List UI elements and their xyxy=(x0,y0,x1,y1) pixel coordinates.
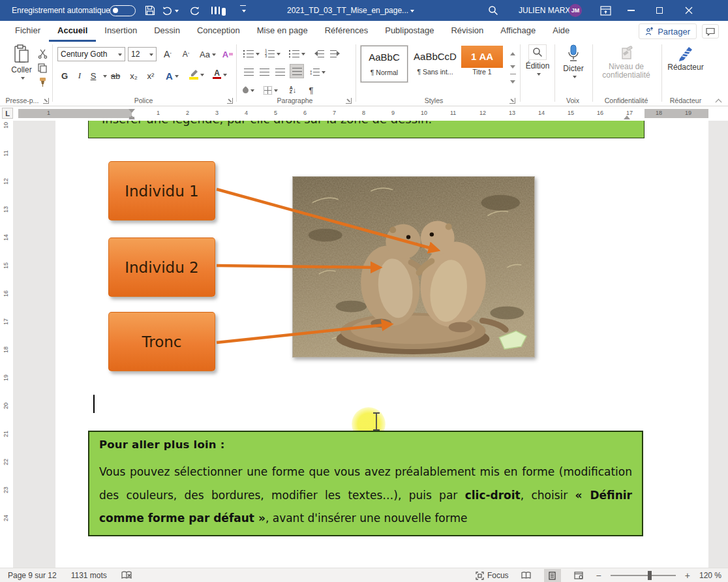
sort-button[interactable]: AZ↓ xyxy=(287,84,299,97)
callout-individu-2[interactable]: Individu 2 xyxy=(108,237,215,297)
tab-references[interactable]: Références xyxy=(316,21,376,42)
search-icon[interactable] xyxy=(488,0,498,21)
undo-dropdown[interactable] xyxy=(175,10,179,14)
redo-button[interactable] xyxy=(189,0,200,21)
collapse-ribbon-button[interactable] xyxy=(712,94,724,107)
clear-formatting-button[interactable]: A xyxy=(222,48,234,61)
shading-button[interactable] xyxy=(243,84,254,97)
zoom-in-button[interactable]: + xyxy=(685,570,690,581)
tab-mise-en-page[interactable]: Mise en page xyxy=(249,21,316,42)
styles-scroll-up[interactable] xyxy=(507,47,519,60)
right-indent-marker[interactable] xyxy=(624,112,630,119)
increase-indent-button[interactable] xyxy=(330,47,342,60)
document-area: 101112131415161718192021222324 Insérer u… xyxy=(0,121,728,568)
style-normal[interactable]: AaBbC ¶ Normal xyxy=(361,46,408,82)
styles-scroll-down[interactable] xyxy=(507,60,519,73)
zoom-out-button[interactable]: − xyxy=(596,570,601,581)
focus-mode-button[interactable]: Focus xyxy=(476,571,509,580)
more-info-box[interactable]: Pour aller plus loin : Vous pouvez sélec… xyxy=(88,431,643,536)
clipboard-dialog-launcher[interactable] xyxy=(43,98,49,104)
zoom-slider-handle[interactable] xyxy=(648,571,652,580)
font-dialog-launcher[interactable] xyxy=(227,98,233,104)
minimize-button[interactable] xyxy=(628,0,635,21)
table-columns-icon[interactable] xyxy=(210,0,227,21)
italic-button[interactable]: I xyxy=(74,69,85,82)
strikethrough-button[interactable]: ab xyxy=(110,69,121,82)
prairie-dogs-photo[interactable] xyxy=(292,176,535,358)
tab-selector[interactable]: L xyxy=(2,108,13,119)
vertical-ruler[interactable]: 101112131415161718192021222324 xyxy=(0,121,13,568)
tab-dessin[interactable]: Dessin xyxy=(145,21,189,42)
close-button[interactable] xyxy=(685,0,693,21)
tab-insertion[interactable]: Insertion xyxy=(96,21,145,42)
edition-button[interactable]: Édition xyxy=(523,44,552,76)
paste-button[interactable]: Coller xyxy=(7,44,37,80)
tab-aide[interactable]: Aide xyxy=(544,21,578,42)
paragraph-dialog-launcher[interactable] xyxy=(346,98,352,104)
web-layout-button[interactable] xyxy=(570,569,587,582)
undo-button[interactable] xyxy=(162,0,179,21)
dictate-button[interactable]: Dicter xyxy=(558,44,588,79)
superscript-button[interactable]: x² xyxy=(145,69,157,82)
comment-icon[interactable] xyxy=(702,24,719,38)
tab-fichier[interactable]: Fichier xyxy=(7,21,49,42)
font-size-select[interactable]: 12 xyxy=(128,47,157,61)
style-sans-interligne[interactable]: AaBbCcD ¶ Sans int... xyxy=(412,46,459,82)
page-indicator[interactable]: Page 9 sur 12 xyxy=(8,571,57,580)
ribbon-display-options-icon[interactable] xyxy=(600,0,611,21)
bold-button[interactable]: G xyxy=(59,69,70,82)
bullets-button[interactable] xyxy=(243,47,260,60)
callout-tronc[interactable]: Tronc xyxy=(108,312,215,371)
maximize-button[interactable] xyxy=(656,0,663,21)
grow-font-button[interactable]: Aˆ xyxy=(162,48,174,61)
zoom-slider[interactable] xyxy=(611,575,676,576)
decrease-indent-button[interactable] xyxy=(312,47,324,60)
autosave-toggle[interactable] xyxy=(110,0,136,21)
change-case-button[interactable]: Aa xyxy=(200,48,216,61)
styles-dialog-launcher[interactable] xyxy=(509,98,515,104)
print-layout-button[interactable] xyxy=(544,569,561,582)
proofing-errors-icon[interactable] xyxy=(121,571,132,580)
pilcrow-button[interactable]: ¶ xyxy=(305,84,317,97)
format-painter-button[interactable] xyxy=(37,76,48,89)
green-banner-clipped[interactable]: Insérer une légende, par clic droit sur … xyxy=(88,121,645,138)
borders-button[interactable] xyxy=(264,84,278,97)
numbering-button[interactable]: 123 xyxy=(265,47,281,60)
tab-accueil[interactable]: Accueil xyxy=(49,21,96,42)
redacteur-button[interactable]: Rédacteur xyxy=(664,44,707,72)
document-page[interactable]: Insérer une légende, par clic droit sur … xyxy=(55,121,708,568)
avatar[interactable]: JM xyxy=(569,0,582,21)
line-spacing-button[interactable]: ↕ xyxy=(309,65,326,78)
cut-button[interactable] xyxy=(37,47,48,60)
left-indent-marker[interactable] xyxy=(129,117,134,119)
read-mode-button[interactable] xyxy=(518,569,535,582)
zoom-level[interactable]: 120 % xyxy=(699,571,721,580)
callout-individu-1[interactable]: Individu 1 xyxy=(108,161,215,221)
align-right-button[interactable] xyxy=(274,65,286,78)
tab-conception[interactable]: Conception xyxy=(189,21,249,42)
share-button[interactable]: Partager xyxy=(639,23,697,39)
highlight-button[interactable] xyxy=(189,68,204,81)
subscript-button[interactable]: x₂ xyxy=(128,69,140,82)
shrink-font-button[interactable]: Aˇ xyxy=(180,48,192,61)
font-name-select[interactable]: Century Goth xyxy=(57,47,125,61)
style-titre-1[interactable]: 1 AA Titre 1 xyxy=(461,46,503,82)
user-name[interactable]: JULIEN MARX xyxy=(519,0,570,21)
document-title[interactable]: 2021_TD_03_TT_Mise_en_page... xyxy=(287,0,414,21)
tab-revision[interactable]: Révision xyxy=(442,21,492,42)
tab-publipostage[interactable]: Publipostage xyxy=(376,21,442,42)
align-left-button[interactable] xyxy=(243,65,254,78)
copy-button[interactable] xyxy=(37,61,48,74)
styles-gallery-more[interactable] xyxy=(507,73,519,86)
font-color-button[interactable]: A xyxy=(213,68,227,81)
word-count[interactable]: 1131 mots xyxy=(71,571,107,580)
horizontal-ruler[interactable]: 1 12345678910111213141516171819 xyxy=(18,109,708,118)
justify-button[interactable] xyxy=(290,64,304,78)
save-icon[interactable] xyxy=(145,0,155,21)
underline-dropdown[interactable] xyxy=(98,69,110,82)
quick-access-more-icon[interactable] xyxy=(240,0,246,21)
multilevel-list-button[interactable] xyxy=(288,47,305,60)
align-center-button[interactable] xyxy=(258,65,270,78)
tab-affichage[interactable]: Affichage xyxy=(492,21,544,42)
text-effects-button[interactable]: A xyxy=(166,69,179,82)
